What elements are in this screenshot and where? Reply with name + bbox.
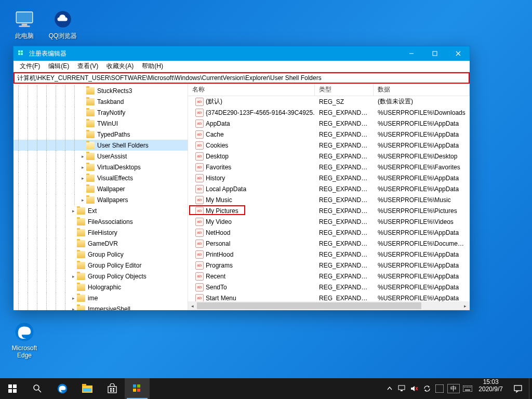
tree-item[interactable]: ▸ime bbox=[14, 292, 188, 303]
tree-toggle-icon[interactable] bbox=[79, 131, 86, 138]
taskbar-edge[interactable] bbox=[50, 378, 75, 399]
taskbar-regedit[interactable] bbox=[125, 378, 150, 399]
tree-toggle-icon[interactable]: ▸ bbox=[70, 207, 77, 215]
sync-icon[interactable] bbox=[422, 384, 432, 393]
tree-item[interactable]: ▸VisualEffects bbox=[14, 172, 188, 183]
clock[interactable]: 15:03 2020/9/7 bbox=[474, 378, 507, 399]
folder-icon bbox=[86, 185, 95, 193]
column-type[interactable]: 类型 bbox=[315, 84, 374, 96]
list-row[interactable]: abDesktopREG_EXPAND_SZ%USERPROFILE%\Desk… bbox=[188, 151, 470, 162]
taskbar-explorer[interactable] bbox=[75, 378, 100, 399]
list-row[interactable]: abCacheREG_EXPAND_SZ%USERPROFILE%\AppDat… bbox=[188, 129, 470, 140]
tree-item[interactable]: FileAssociations bbox=[14, 216, 188, 227]
tree-toggle-icon[interactable] bbox=[70, 229, 77, 236]
address-bar[interactable]: 计算机\HKEY_CURRENT_USER\SOFTWARE\Microsoft… bbox=[14, 72, 470, 84]
tree-toggle-icon[interactable] bbox=[79, 87, 86, 95]
tree-toggle-icon[interactable]: ▸ bbox=[70, 273, 77, 280]
menu-edit[interactable]: 编辑(E) bbox=[44, 62, 73, 71]
menu-file[interactable]: 文件(F) bbox=[16, 62, 44, 71]
tree-item[interactable]: Taskband bbox=[14, 96, 188, 107]
action-center-button[interactable] bbox=[507, 378, 529, 399]
list-row[interactable]: abAppDataREG_EXPAND_SZ%USERPROFILE%\AppD… bbox=[188, 118, 470, 129]
maximize-button[interactable] bbox=[423, 46, 446, 61]
tree-toggle-icon[interactable] bbox=[79, 109, 86, 116]
tree-toggle-icon[interactable] bbox=[70, 262, 77, 269]
tree-item[interactable]: Holographic bbox=[14, 282, 188, 292]
tray-expand-icon[interactable] bbox=[385, 384, 394, 393]
scroll-left-button[interactable]: ◂ bbox=[188, 301, 197, 310]
list-row[interactable]: ab{374DE290-123F-4565-9164-39C4925...REG… bbox=[188, 107, 470, 118]
tree-item[interactable]: StuckRects3 bbox=[14, 85, 188, 96]
menu-help[interactable]: 帮助(H) bbox=[138, 62, 167, 71]
ime-indicator[interactable] bbox=[435, 384, 444, 393]
tree-item[interactable]: ▸ImmersiveShell bbox=[14, 303, 188, 310]
list-row[interactable]: abCookiesREG_EXPAND_SZ%USERPROFILE%\AppD… bbox=[188, 140, 470, 151]
column-data[interactable]: 数据 bbox=[374, 84, 470, 96]
desktop-icon-this-pc[interactable]: 此电脑 bbox=[5, 8, 44, 41]
tree-toggle-icon[interactable]: ▸ bbox=[79, 175, 86, 182]
tree-toggle-icon[interactable]: ▸ bbox=[79, 164, 86, 171]
tree-item[interactable]: ▸VirtualDesktops bbox=[14, 162, 188, 172]
scroll-thumb[interactable] bbox=[197, 302, 421, 309]
horizontal-scrollbar[interactable]: ◂ ▸ bbox=[188, 301, 470, 310]
tree-toggle-icon[interactable] bbox=[79, 142, 86, 149]
tree-toggle-icon[interactable]: ▸ bbox=[70, 295, 77, 302]
tree-toggle-icon[interactable]: ▸ bbox=[70, 305, 77, 311]
tree-item[interactable]: GameDVR bbox=[14, 238, 188, 249]
tree-item[interactable]: ▸Group Policy Objects bbox=[14, 271, 188, 282]
list-row[interactable]: abLocal AppDataREG_EXPAND_SZ%USERPROFILE… bbox=[188, 183, 470, 194]
list-row[interactable]: abNetHoodREG_EXPAND_SZ%USERPROFILE%\AppD… bbox=[188, 227, 470, 238]
close-button[interactable] bbox=[446, 46, 470, 61]
list-row[interactable]: abProgramsREG_EXPAND_SZ%USERPROFILE%\App… bbox=[188, 260, 470, 271]
list-row[interactable]: abFavoritesREG_EXPAND_SZ%USERPROFILE%\Fa… bbox=[188, 162, 470, 172]
tree-item[interactable]: TWinUI bbox=[14, 118, 188, 129]
tree-pane[interactable]: StuckRects3TaskbandTrayNotifyTWinUITyped… bbox=[14, 84, 188, 310]
desktop-icon-qq-browser[interactable]: QQ浏览器 bbox=[44, 8, 82, 41]
tree-item[interactable]: FileHistory bbox=[14, 227, 188, 238]
tree-item[interactable]: Group Policy Editor bbox=[14, 260, 188, 271]
list-row[interactable]: abPrintHoodREG_EXPAND_SZ%USERPROFILE%\Ap… bbox=[188, 249, 470, 260]
tree-toggle-icon[interactable] bbox=[70, 251, 77, 258]
tree-toggle-icon[interactable] bbox=[70, 218, 77, 225]
column-name[interactable]: 名称 bbox=[188, 84, 315, 96]
minimize-button[interactable] bbox=[400, 46, 423, 61]
list-row[interactable]: abMy PicturesREG_EXPAND_SZ%USERPROFILE%\… bbox=[188, 205, 470, 216]
taskbar-store[interactable] bbox=[100, 378, 125, 399]
list-row[interactable]: abMy VideoREG_EXPAND_SZ%USERPROFILE%\Vid… bbox=[188, 216, 470, 227]
tree-item[interactable]: ▸Ext bbox=[14, 205, 188, 216]
tree-toggle-icon[interactable] bbox=[70, 240, 77, 247]
menu-view[interactable]: 查看(V) bbox=[73, 62, 102, 71]
show-desktop-button[interactable] bbox=[529, 378, 532, 399]
list-row[interactable]: ab(默认)REG_SZ(数值未设置) bbox=[188, 96, 470, 107]
tree-toggle-icon[interactable] bbox=[79, 98, 86, 105]
tree-item[interactable]: Wallpaper bbox=[14, 183, 188, 194]
scroll-right-button[interactable]: ▸ bbox=[461, 301, 470, 310]
list-row[interactable]: abStart MenuREG_EXPAND_SZ%USERPROFILE%\A… bbox=[188, 292, 470, 301]
tree-item[interactable]: ▸Wallpapers bbox=[14, 194, 188, 205]
search-button[interactable] bbox=[25, 378, 50, 399]
list-body[interactable]: ab(默认)REG_SZ(数值未设置)ab{374DE290-123F-4565… bbox=[188, 96, 470, 301]
volume-mute-icon[interactable] bbox=[410, 384, 419, 393]
keyboard-icon[interactable] bbox=[463, 384, 472, 393]
tree-toggle-icon[interactable] bbox=[79, 120, 86, 127]
network-icon[interactable] bbox=[397, 384, 407, 393]
titlebar[interactable]: 注册表编辑器 bbox=[14, 46, 470, 61]
menu-favorites[interactable]: 收藏夹(A) bbox=[102, 62, 138, 71]
tree-item[interactable]: TypedPaths bbox=[14, 129, 188, 140]
list-row[interactable]: abSendToREG_EXPAND_SZ%USERPROFILE%\AppDa… bbox=[188, 282, 470, 292]
tree-toggle-icon[interactable]: ▸ bbox=[79, 196, 86, 204]
tree-toggle-icon[interactable]: ▸ bbox=[79, 153, 86, 160]
list-row[interactable]: abHistoryREG_EXPAND_SZ%USERPROFILE%\AppD… bbox=[188, 172, 470, 183]
tree-item[interactable]: Group Policy bbox=[14, 249, 188, 260]
tree-toggle-icon[interactable] bbox=[79, 185, 86, 193]
tree-item[interactable]: ▸UserAssist bbox=[14, 151, 188, 162]
tree-item[interactable]: User Shell Folders bbox=[14, 140, 188, 151]
start-button[interactable] bbox=[0, 378, 25, 399]
ime-language[interactable]: 中 bbox=[447, 384, 460, 393]
list-row[interactable]: abMy MusicREG_EXPAND_SZ%USERPROFILE%\Mus… bbox=[188, 194, 470, 205]
tree-item[interactable]: TrayNotify bbox=[14, 107, 188, 118]
list-row[interactable]: abRecentREG_EXPAND_SZ%USERPROFILE%\AppDa… bbox=[188, 271, 470, 282]
list-row[interactable]: abPersonalREG_EXPAND_SZ%USERPROFILE%\Doc… bbox=[188, 238, 470, 249]
desktop-icon-edge[interactable]: Microsoft Edge bbox=[5, 321, 44, 359]
tree-toggle-icon[interactable] bbox=[70, 284, 77, 291]
